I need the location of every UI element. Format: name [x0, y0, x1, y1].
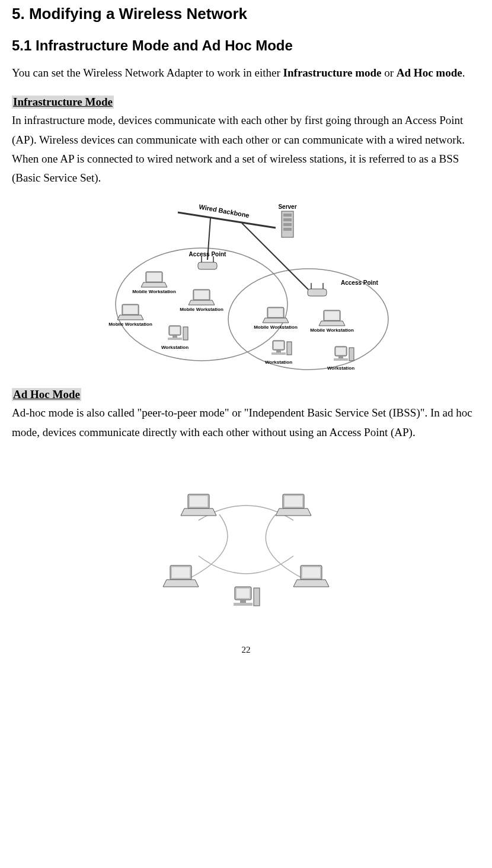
server-label: Server — [278, 204, 296, 210]
infrastructure-mode-label: Infrastructure Mode — [12, 96, 114, 109]
mobile-workstation-label-4: Mobile Workstation — [254, 325, 298, 330]
adhoc-mode-label: Ad Hoc Mode — [12, 388, 81, 401]
page-number: 22 — [12, 645, 480, 655]
mobile-workstation-label-2: Mobile Workstation — [108, 322, 152, 327]
mobile-workstation-label-3: Mobile Workstation — [180, 307, 223, 312]
infrastructure-network-diagram: Wired Backbone Server Access Point Acces… — [98, 201, 394, 379]
infrastructure-mode-term: Infrastructure mode — [283, 66, 382, 79]
access-point-label-left: Access Point — [189, 251, 226, 257]
section-heading: 5. Modifying a Wireless Network — [12, 5, 480, 23]
workstation-label-1: Workstation — [161, 345, 189, 350]
infrastructure-paragraph: In infrastructure mode, devices communic… — [12, 111, 480, 187]
adhoc-network-diagram — [127, 455, 365, 633]
intro-mid: or — [381, 66, 396, 79]
svg-line-20 — [242, 223, 308, 290]
adhoc-diagram-wrapper — [12, 455, 480, 633]
workstation-label-3: Workstation — [327, 365, 354, 371]
adhoc-mode-term: Ad Hoc mode — [397, 66, 462, 79]
mobile-workstation-label-1: Mobile Workstation — [132, 289, 176, 294]
workstation-label-2: Workstation — [265, 360, 292, 365]
intro-post: . — [462, 66, 465, 79]
adhoc-paragraph: Ad-hoc mode is also called "peer-to-peer… — [12, 403, 480, 442]
subsection-heading: 5.1 Infrastructure Mode and Ad Hoc Mode — [12, 37, 480, 54]
intro-paragraph: You can set the Wireless Network Adapter… — [12, 63, 480, 82]
access-point-label-right: Access Point — [341, 279, 378, 286]
intro-pre: You can set the Wireless Network Adapter… — [12, 66, 283, 79]
infrastructure-diagram-wrapper: Wired Backbone Server Access Point Acces… — [12, 201, 480, 379]
mobile-workstation-label-5: Mobile Workstation — [310, 328, 354, 333]
